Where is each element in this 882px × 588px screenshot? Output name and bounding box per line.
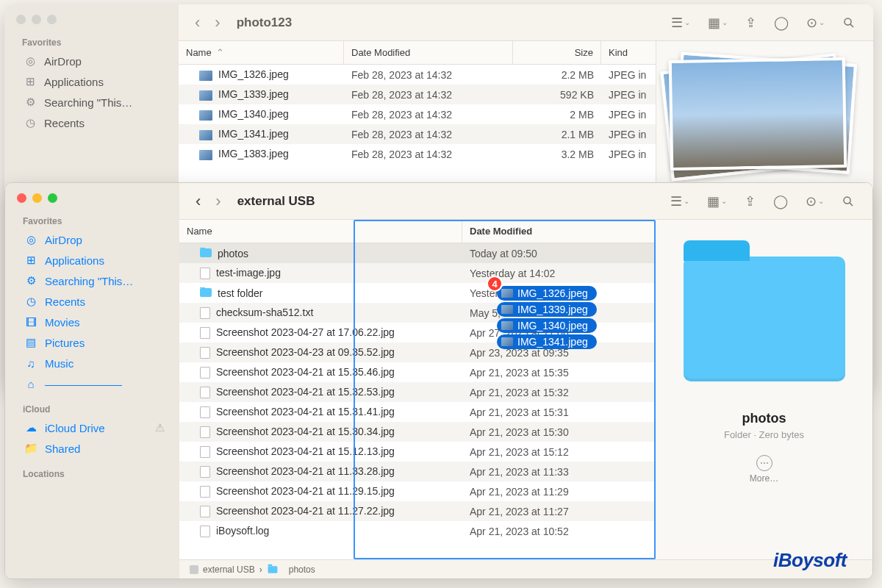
- clock-icon: ◷: [24, 116, 37, 129]
- col-name-front[interactable]: Name: [179, 220, 462, 243]
- apps-icon: ⊞: [24, 75, 37, 88]
- table-row[interactable]: Screenshot 2023-04-21 at 15.32.53.jpg Ap…: [179, 382, 655, 402]
- folder-icon: [200, 248, 212, 257]
- table-row[interactable]: test-image.jpg Yesterday at 14:02: [179, 263, 655, 283]
- col-name[interactable]: Name⌃: [179, 41, 344, 64]
- apps-icon: ⊞: [24, 254, 37, 267]
- path-seg-0[interactable]: external USB: [203, 564, 255, 575]
- table-row[interactable]: IMG_1341.jpeg Feb 28, 2023 at 14:32 2.1 …: [179, 124, 656, 144]
- table-row[interactable]: Screenshot 2023-04-21 at 11.29.15.jpg Ap…: [179, 481, 655, 501]
- file-icon: [200, 466, 210, 478]
- table-row[interactable]: IMG_1340.jpeg Feb 28, 2023 at 14:32 2 MB…: [179, 104, 656, 124]
- preview-pane-front: photos Folder · Zero bytes ⋯ More…: [656, 220, 872, 559]
- sidebar-item-label: Shared: [45, 442, 80, 455]
- minimize-icon[interactable]: [32, 193, 42, 203]
- sidebar-item-airdrop[interactable]: ◎AirDrop: [5, 229, 179, 250]
- sidebar-item-icloud-drive[interactable]: ☁iCloud Drive⚠: [5, 417, 179, 438]
- music-icon: ♫: [24, 356, 37, 370]
- table-row[interactable]: IMG_1383.jpeg Feb 28, 2023 at 14:32 3.2 …: [179, 144, 656, 164]
- search-icon[interactable]: [838, 13, 860, 32]
- sidebar-item-movies[interactable]: 🎞Movies: [5, 312, 179, 332]
- image-thumb-icon: [199, 110, 212, 121]
- sidebar-item-recents[interactable]: ◷Recents: [5, 291, 179, 312]
- col-kind[interactable]: Kind: [601, 41, 656, 64]
- col-date[interactable]: Date Modified: [344, 41, 513, 64]
- svg-line-1: [850, 24, 853, 26]
- sidebar-item-label: Applications: [45, 254, 104, 267]
- sidebar-item-label: AirDrop: [44, 55, 82, 68]
- window-title-back: photo123: [237, 15, 293, 30]
- sidebar-front: Favorites ◎AirDrop⊞Applications⚙Searchin…: [5, 183, 179, 578]
- sidebar-item-shared[interactable]: 📁Shared: [5, 438, 179, 459]
- svg-point-2: [844, 197, 850, 204]
- table-row[interactable]: IMG_1326.jpeg Feb 28, 2023 at 14:32 2.2 …: [179, 65, 656, 85]
- zoom-icon[interactable]: [48, 193, 57, 203]
- back-nav-fwd-icon[interactable]: ›: [212, 13, 223, 32]
- preview-title: photos: [742, 411, 786, 426]
- file-icon: [200, 426, 210, 438]
- sidebar-item-label: AirDrop: [45, 234, 82, 246]
- drag-preview: 4 IMG_1326.jpegIMG_1339.jpegIMG_1340.jpe…: [497, 286, 597, 351]
- clock-icon: ◷: [24, 295, 37, 308]
- list-view-icon[interactable]: ☰ ⌄: [666, 190, 694, 212]
- airdrop-icon: ◎: [24, 54, 37, 68]
- list-view-icon[interactable]: ☰ ⌄: [667, 12, 695, 34]
- sidebar-item-recents[interactable]: ◷Recents: [4, 112, 179, 133]
- image-thumb-icon: [199, 90, 212, 101]
- sidebar-item-applications[interactable]: ⊞Applications: [4, 71, 179, 92]
- table-row[interactable]: iBoysoft.log Apr 21, 2023 at 10:52: [179, 521, 655, 541]
- file-icon: [200, 387, 210, 398]
- sidebar-item-airdrop[interactable]: ◎AirDrop: [4, 51, 179, 71]
- traffic-lights-back[interactable]: [4, 4, 179, 35]
- table-row[interactable]: Screenshot 2023-04-21 at 15.30.34.jpg Ap…: [179, 422, 655, 442]
- col-date-front[interactable]: Date Modified: [462, 220, 655, 243]
- tag-icon[interactable]: ◯: [770, 12, 793, 34]
- sidebar-item-searching-this-[interactable]: ⚙Searching "This…: [4, 92, 179, 112]
- traffic-lights-front[interactable]: [5, 183, 179, 213]
- col-size[interactable]: Size: [513, 41, 601, 64]
- table-row[interactable]: IMG_1339.jpeg Feb 28, 2023 at 14:32 592 …: [179, 85, 656, 104]
- folder-icon: [200, 288, 212, 297]
- sidebar-item--[interactable]: ⌂———————: [5, 373, 179, 394]
- table-row[interactable]: photos Today at 09:50: [179, 243, 655, 263]
- table-row[interactable]: Screenshot 2023-04-21 at 15.31.41.jpg Ap…: [179, 402, 655, 422]
- table-row[interactable]: Screenshot 2023-04-21 at 11.33.28.jpg Ap…: [179, 462, 655, 481]
- sidebar-item-music[interactable]: ♫Music: [5, 353, 179, 373]
- sidebar-item-applications[interactable]: ⊞Applications: [5, 250, 179, 270]
- file-icon: [200, 367, 210, 379]
- file-icon: [200, 446, 210, 458]
- svg-point-0: [845, 18, 851, 25]
- sidebar-item-label: Music: [45, 357, 74, 370]
- path-seg-1[interactable]: photos: [289, 564, 315, 575]
- drag-item: IMG_1340.jpeg: [497, 318, 597, 333]
- front-nav-fwd-icon[interactable]: ›: [212, 192, 223, 211]
- action-icon[interactable]: ⊙ ⌄: [802, 12, 829, 34]
- table-row[interactable]: Screenshot 2023-04-21 at 11.27.22.jpg Ap…: [179, 501, 655, 521]
- file-icon: [200, 327, 210, 339]
- toolbar-front: ‹ › external USB ☰ ⌄ ▦ ⌄ ⇪ ◯ ⊙ ⌄: [179, 183, 872, 220]
- group-icon[interactable]: ▦ ⌄: [703, 190, 731, 212]
- sidebar-item-searching-this-[interactable]: ⚙Searching "This…: [5, 270, 179, 291]
- airdrop-icon: ◎: [24, 233, 37, 246]
- gear-icon: ⚙: [24, 96, 37, 109]
- back-nav-back-icon[interactable]: ‹: [192, 13, 203, 32]
- photo-icon: ▤: [24, 336, 37, 349]
- sidebar-item-pictures[interactable]: ▤Pictures: [5, 332, 179, 353]
- shared-icon: 📁: [24, 442, 37, 455]
- share-icon[interactable]: ⇪: [741, 12, 761, 34]
- group-icon[interactable]: ▦ ⌄: [703, 12, 732, 34]
- close-icon[interactable]: [17, 193, 26, 203]
- table-row[interactable]: Screenshot 2023-04-21 at 15.12.13.jpg Ap…: [179, 442, 655, 462]
- more-button[interactable]: ⋯ More…: [750, 455, 778, 484]
- sidebar-item-label: Recents: [45, 295, 85, 308]
- gear-icon: ⚙: [24, 274, 37, 287]
- front-nav-back-icon[interactable]: ‹: [193, 192, 204, 211]
- sidebar-item-label: iCloud Drive: [45, 422, 105, 434]
- search-icon[interactable]: [837, 192, 859, 211]
- table-row[interactable]: Screenshot 2023-04-21 at 15.35.46.jpg Ap…: [179, 362, 655, 382]
- svg-line-3: [850, 202, 853, 205]
- share-icon[interactable]: ⇪: [740, 190, 760, 212]
- path-bar[interactable]: external USB › photos: [179, 559, 872, 578]
- tag-icon[interactable]: ◯: [769, 190, 792, 212]
- action-icon[interactable]: ⊙ ⌄: [801, 190, 828, 212]
